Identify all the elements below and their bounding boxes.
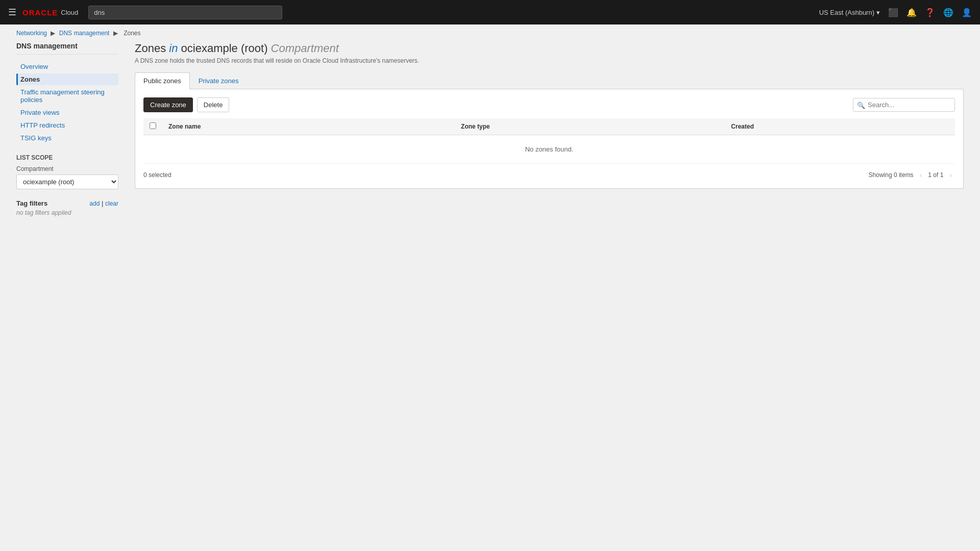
select-all-header [143, 118, 162, 135]
cloud-shell-icon[interactable]: ⬛ [888, 8, 898, 17]
topnav: ☰ ORACLE Cloud US East (Ashburn) ▾ ⬛ 🔔 ❓… [0, 0, 980, 24]
globe-icon[interactable]: 🌐 [943, 8, 953, 17]
selected-count: 0 selected [143, 171, 172, 179]
create-zone-button[interactable]: Create zone [143, 97, 193, 112]
topnav-search-container [88, 6, 282, 19]
delete-button[interactable]: Delete [197, 97, 230, 112]
hamburger-icon[interactable]: ☰ [8, 7, 16, 18]
tag-add-link[interactable]: add [89, 200, 100, 207]
sidebar-link-zones[interactable]: Zones [16, 73, 118, 85]
sidebar: DNS management Overview Zones Traffic ma… [16, 42, 118, 216]
prev-page-button[interactable]: ‹ [917, 170, 925, 180]
main-layout: DNS management Overview Zones Traffic ma… [0, 42, 980, 233]
table-header-row: Zone name Zone type Created [143, 118, 955, 135]
no-results-row: No zones found. [143, 135, 955, 164]
page-title: Zones in ociexample (root) Compartment [135, 42, 964, 55]
help-icon[interactable]: ❓ [925, 8, 935, 17]
region-chevron-icon: ▾ [876, 9, 880, 16]
sidebar-item-zones[interactable]: Zones [16, 73, 118, 85]
breadcrumb-zones: Zones [124, 30, 140, 37]
topnav-search-input[interactable] [88, 6, 282, 19]
breadcrumb-dns-management[interactable]: DNS management [59, 30, 110, 37]
oracle-logo-text: ORACLE [22, 8, 58, 17]
showing-count: Showing 0 items [869, 171, 914, 179]
compartment-select[interactable]: ociexample (root) [16, 174, 118, 189]
tag-filters-title: Tag filters [16, 199, 47, 207]
search-box: 🔍 [853, 98, 955, 112]
page-subtitle: A DNS zone holds the trusted DNS records… [135, 57, 964, 64]
region-selector[interactable]: US East (Ashburn) ▾ [819, 9, 880, 16]
sidebar-item-traffic[interactable]: Traffic management steering policies [16, 86, 118, 106]
sidebar-item-overview[interactable]: Overview [16, 61, 118, 72]
select-all-checkbox[interactable] [150, 122, 156, 129]
next-page-button[interactable]: › [946, 170, 955, 180]
search-input[interactable] [853, 98, 955, 112]
tag-clear-link[interactable]: clear [105, 200, 118, 207]
breadcrumb-networking[interactable]: Networking [16, 30, 47, 37]
table-toolbar: Create zone Delete 🔍 [143, 97, 955, 112]
table-panel: Create zone Delete 🔍 Zone name Zone type [135, 89, 964, 189]
search-icon: 🔍 [857, 101, 865, 109]
page-title-in: in [169, 42, 178, 55]
tag-links-sep: | [102, 199, 105, 207]
pagination: Showing 0 items ‹ 1 of 1 › [869, 170, 955, 180]
region-label: US East (Ashburn) [819, 9, 874, 16]
page-title-suffix: Compartment [271, 42, 339, 55]
sidebar-link-overview[interactable]: Overview [16, 61, 118, 72]
tag-filters-header: Tag filters add | clear [16, 199, 118, 207]
tab-private-zones[interactable]: Private zones [190, 72, 248, 89]
pagination-info: 1 of 1 [928, 171, 943, 179]
user-icon[interactable]: 👤 [962, 8, 972, 17]
list-scope-section: List scope [16, 154, 118, 161]
page-title-prefix: Zones [135, 42, 166, 55]
sidebar-link-tsig-keys[interactable]: TSIG keys [16, 132, 118, 144]
sidebar-link-http-redirects[interactable]: HTTP redirects [16, 119, 118, 131]
tag-filters-links: add | clear [89, 199, 118, 207]
tab-public-zones[interactable]: Public zones [135, 72, 190, 89]
logo: ORACLE Cloud [22, 8, 78, 17]
breadcrumb: Networking ▶ DNS management ▶ Zones [0, 24, 980, 42]
main-content: Zones in ociexample (root) Compartment A… [135, 42, 964, 216]
table-footer: 0 selected Showing 0 items ‹ 1 of 1 › [143, 170, 955, 180]
sidebar-nav: Overview Zones Traffic management steeri… [16, 61, 118, 144]
breadcrumb-sep1: ▶ [51, 30, 57, 37]
tag-filters-none-label: no tag filters applied [16, 209, 118, 216]
col-header-zone-type: Zone type [455, 118, 725, 135]
zones-table: Zone name Zone type Created No zones fou… [143, 118, 955, 164]
page-header: Zones in ociexample (root) Compartment A… [135, 42, 964, 64]
sidebar-link-traffic[interactable]: Traffic management steering policies [16, 86, 118, 106]
page-title-compartment: ociexample (root) [181, 42, 268, 55]
bell-icon[interactable]: 🔔 [906, 8, 917, 17]
sidebar-link-private-views[interactable]: Private views [16, 107, 118, 118]
breadcrumb-sep2: ▶ [113, 30, 119, 37]
sidebar-item-tsig-keys[interactable]: TSIG keys [16, 132, 118, 144]
cloud-logo-text: Cloud [61, 9, 78, 16]
sidebar-item-private-views[interactable]: Private views [16, 107, 118, 118]
col-header-zone-name: Zone name [162, 118, 455, 135]
col-header-created: Created [725, 118, 955, 135]
sidebar-item-http-redirects[interactable]: HTTP redirects [16, 119, 118, 131]
sidebar-title: DNS management [16, 42, 118, 55]
tabs-container: Public zones Private zones [135, 72, 964, 89]
topnav-right: US East (Ashburn) ▾ ⬛ 🔔 ❓ 🌐 👤 [819, 8, 972, 17]
no-results-cell: No zones found. [143, 135, 955, 164]
compartment-label: Compartment [16, 165, 118, 172]
